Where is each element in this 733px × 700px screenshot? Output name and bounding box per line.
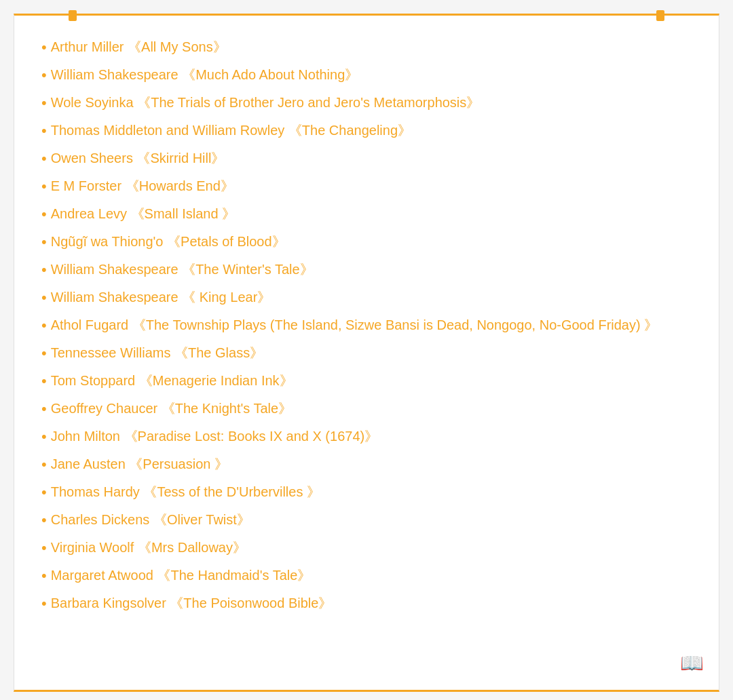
list-item: •Thomas Hardy 《Tess of the D'Urbervilles… — [41, 481, 692, 503]
list-item: •Athol Fugard 《The Township Plays (The I… — [41, 314, 692, 336]
author-name: Margaret Atwood — [51, 568, 157, 583]
book-title: 《The Changeling》 — [288, 123, 411, 138]
book-list: •Arthur Miller 《All My Sons》•William Sha… — [41, 36, 692, 615]
author-name: Arthur Miller — [51, 39, 128, 54]
list-item: •Virginia Woolf 《Mrs Dalloway》 — [41, 537, 692, 559]
book-entry: E M Forster 《Howards End》 — [51, 175, 234, 197]
book-title: 《All My Sons》 — [128, 39, 227, 54]
bullet-point: • — [41, 509, 47, 531]
author-name: Athol Fugard — [51, 317, 132, 332]
list-item: •Andrea Levy 《Small Island 》 — [41, 203, 692, 225]
list-item: •Tom Stoppard 《Menagerie Indian Ink》 — [41, 370, 692, 392]
list-item: •Geoffrey Chaucer 《The Knight's Tale》 — [41, 397, 692, 420]
book-title: 《The Handmaid's Tale》 — [157, 568, 311, 583]
book-title: 《Paradise Lost: Books IX and X (1674)》 — [124, 429, 379, 444]
author-name: Charles Dickens — [51, 512, 153, 527]
bullet-point: • — [41, 314, 47, 336]
author-name: William Shakespeare — [51, 290, 182, 305]
book-entry: John Milton 《Paradise Lost: Books IX and… — [51, 425, 378, 447]
list-item: •Charles Dickens 《Oliver Twist》 — [41, 509, 692, 531]
book-entry: Owen Sheers 《Skirrid Hill》 — [51, 147, 225, 169]
list-item: •Ngũgĩ wa Thiong'o 《Petals of Blood》 — [41, 231, 692, 253]
book-title: 《The Trials of Brother Jero and Jero's M… — [137, 95, 480, 110]
list-item: •E M Forster 《Howards End》 — [41, 175, 692, 197]
book-title: 《The Knight's Tale》 — [162, 401, 292, 416]
book-entry: William Shakespeare 《The Winter's Tale》 — [51, 258, 314, 280]
bullet-point: • — [41, 425, 47, 448]
list-item: •William Shakespeare 《The Winter's Tale》 — [41, 258, 692, 281]
author-name: Owen Sheers — [51, 151, 137, 166]
book-entry: Margaret Atwood 《The Handmaid's Tale》 — [51, 564, 312, 586]
bullet-point: • — [41, 147, 47, 170]
author-name: John Milton — [51, 429, 124, 444]
book-entry: Geoffrey Chaucer 《The Knight's Tale》 — [51, 397, 292, 419]
book-entry: Jane Austen 《Persuasion 》 — [51, 453, 228, 475]
book-title: 《Much Ado About Nothing》 — [182, 67, 358, 82]
author-name: Thomas Middleton and William Rowley — [51, 123, 288, 138]
bullet-point: • — [41, 370, 47, 392]
author-name: Tennessee Williams — [51, 345, 174, 360]
page-container: •Arthur Miller 《All My Sons》•William Sha… — [14, 14, 719, 692]
book-title: 《Persuasion 》 — [129, 456, 228, 471]
bullet-point: • — [41, 64, 47, 86]
list-item: •Wole Soyinka 《The Trials of Brother Jer… — [41, 92, 692, 114]
author-name: Thomas Hardy — [51, 484, 144, 499]
book-title: 《Mrs Dalloway》 — [138, 540, 246, 555]
book-entry: Tom Stoppard 《Menagerie Indian Ink》 — [51, 370, 293, 391]
author-name: Andrea Levy — [51, 206, 131, 221]
book-entry: Wole Soyinka 《The Trials of Brother Jero… — [51, 92, 481, 113]
book-title: 《The Poisonwood Bible》 — [170, 596, 332, 610]
list-item: •Barbara Kingsolver 《The Poisonwood Bibl… — [41, 592, 692, 615]
clip-right — [656, 10, 664, 21]
book-entry: Virginia Woolf 《Mrs Dalloway》 — [51, 537, 246, 558]
author-name: E M Forster — [51, 178, 126, 193]
author-name: Jane Austen — [51, 456, 130, 471]
book-title: 《 King Lear》 — [182, 290, 271, 305]
book-title: 《Skirrid Hill》 — [136, 151, 225, 166]
list-item: •Owen Sheers 《Skirrid Hill》 — [41, 147, 692, 170]
book-title: 《The Township Plays (The Island, Sizwe B… — [132, 317, 658, 332]
bullet-point: • — [41, 258, 47, 281]
bullet-point: • — [41, 481, 47, 503]
author-name: Barbara Kingsolver — [51, 596, 170, 610]
logo-corner: 📖 — [678, 649, 705, 676]
book-title: 《Petals of Blood》 — [167, 234, 286, 249]
author-name: William Shakespeare — [51, 67, 182, 82]
bullet-point: • — [41, 537, 47, 559]
bullet-point: • — [41, 175, 47, 197]
book-title: 《Tess of the D'Urbervilles 》 — [143, 484, 320, 499]
bullet-point: • — [41, 592, 47, 615]
clip-left — [69, 10, 77, 21]
book-entry: Thomas Middleton and William Rowley 《The… — [51, 119, 411, 141]
bullet-point: • — [41, 92, 47, 114]
list-item: •William Shakespeare 《 King Lear》 — [41, 286, 692, 309]
author-name: Geoffrey Chaucer — [51, 401, 162, 416]
list-item: •Jane Austen 《Persuasion 》 — [41, 453, 692, 475]
list-item: •Margaret Atwood 《The Handmaid's Tale》 — [41, 564, 692, 587]
book-entry: Andrea Levy 《Small Island 》 — [51, 203, 236, 225]
author-name: Ngũgĩ wa Thiong'o — [51, 234, 167, 249]
bullet-point: • — [41, 397, 47, 420]
book-title: 《The Winter's Tale》 — [182, 262, 314, 277]
bullet-point: • — [41, 564, 47, 587]
book-title: 《Oliver Twist》 — [153, 512, 250, 527]
logo-icon: 📖 — [680, 652, 704, 674]
book-entry: Ngũgĩ wa Thiong'o 《Petals of Blood》 — [51, 231, 286, 252]
book-entry: Arthur Miller 《All My Sons》 — [51, 36, 227, 58]
book-title: 《Small Island 》 — [131, 206, 236, 221]
bullet-point: • — [41, 119, 47, 142]
book-entry: Tennessee Williams 《The Glass》 — [51, 342, 263, 364]
author-name: Virginia Woolf — [51, 540, 138, 555]
book-title: 《The Glass》 — [174, 345, 263, 360]
book-title: 《Howards End》 — [126, 178, 234, 193]
bullet-point: • — [41, 231, 47, 253]
book-title: 《Menagerie Indian Ink》 — [139, 373, 293, 388]
bullet-point: • — [41, 453, 47, 475]
book-entry: Thomas Hardy 《Tess of the D'Urbervilles … — [51, 481, 320, 503]
bullet-point: • — [41, 342, 47, 364]
author-name: William Shakespeare — [51, 262, 182, 277]
list-item: •Thomas Middleton and William Rowley 《Th… — [41, 119, 692, 142]
bullet-point: • — [41, 286, 47, 309]
bullet-point: • — [41, 203, 47, 225]
book-entry: William Shakespeare 《 King Lear》 — [51, 286, 271, 308]
